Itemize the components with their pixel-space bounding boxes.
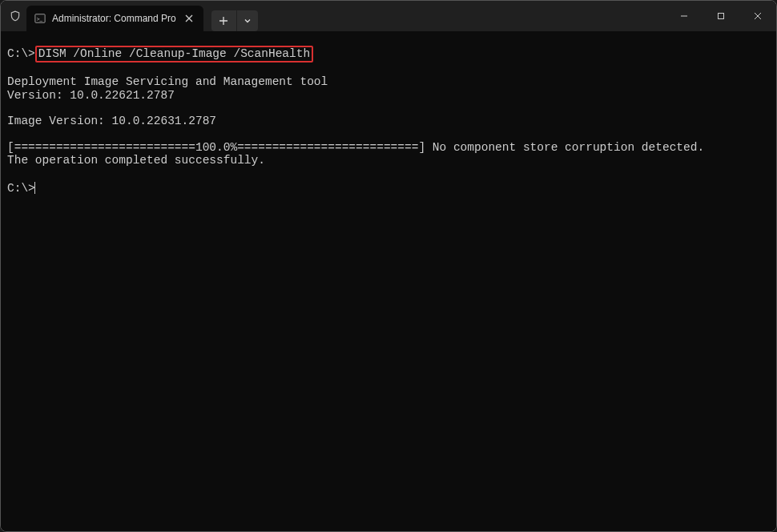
tab-dropdown-button[interactable]	[237, 10, 258, 31]
titlebar: >_ Administrator: Command Pro	[1, 1, 776, 31]
prompt-line-2: C:\>	[7, 182, 35, 195]
tab-active[interactable]: >_ Administrator: Command Pro	[26, 6, 203, 31]
terminal-output[interactable]: C:\>DISM /Online /Cleanup-Image /ScanHea…	[1, 31, 776, 531]
tab-group: >_ Administrator: Command Pro	[22, 1, 258, 31]
terminal-window: >_ Administrator: Command Pro	[0, 0, 777, 532]
text-cursor	[34, 182, 35, 194]
command-prompt-icon: >_	[34, 13, 46, 24]
highlighted-command: DISM /Online /Cleanup-Image /ScanHealth	[35, 46, 313, 62]
output-image-version: Image Version: 10.0.22631.2787	[7, 115, 216, 127]
output-success: The operation completed successfully.	[7, 154, 265, 167]
output-version: Version: 10.0.22621.2787	[7, 89, 175, 102]
output-progress: [==========================100.0%=======…	[7, 141, 704, 154]
prompt-line-1: C:\>DISM /Online /Cleanup-Image /ScanHea…	[7, 47, 313, 60]
command-text: DISM /Online /Cleanup-Image /ScanHealth	[38, 47, 310, 60]
minimize-button[interactable]	[666, 1, 703, 31]
prompt-prefix: C:\>	[7, 182, 35, 195]
titlebar-drag-area[interactable]	[258, 1, 666, 31]
svg-text:>_: >_	[37, 16, 43, 22]
maximize-button[interactable]	[703, 1, 739, 31]
svg-rect-7	[719, 14, 724, 19]
close-window-button[interactable]	[739, 1, 776, 31]
window-controls	[666, 1, 776, 31]
new-tab-button[interactable]	[211, 10, 237, 31]
output-tool-name: Deployment Image Servicing and Managemen…	[7, 75, 328, 88]
prompt-prefix: C:\>	[7, 47, 35, 60]
tab-title: Administrator: Command Pro	[52, 13, 176, 24]
titlebar-left	[1, 1, 22, 31]
close-tab-button[interactable]	[183, 12, 195, 25]
new-tab-group	[211, 10, 258, 31]
shield-icon	[9, 10, 22, 22]
